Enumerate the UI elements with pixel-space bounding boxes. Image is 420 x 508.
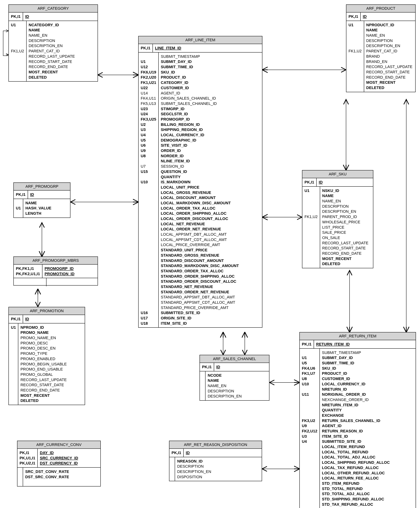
attr-key: U7 — [141, 164, 156, 169]
attr-key: FK4,U6 — [302, 366, 317, 371]
attr-name: MOST_RECENT — [366, 80, 413, 85]
attr-name: LOCAL_PRICE_OVERRIDE_AMT — [161, 242, 260, 247]
attr-name: DELETED — [29, 75, 95, 80]
attr-name: RECORD_LAST_UPDATE — [21, 377, 83, 382]
attr-name: LOCAL_ITEM_REFUND — [322, 444, 413, 449]
attr-name: SUBMIT_DAY_ID — [161, 59, 260, 64]
attr-key — [348, 28, 362, 33]
attr-name: IS_MARKDOWN — [161, 179, 260, 185]
attr-name: STANDARD_ORDER_TAX_ALLOC — [161, 269, 260, 274]
attr-key: U15 — [141, 169, 156, 174]
attr-name: SEGCLSTR_ID — [161, 112, 260, 117]
attr-key — [11, 377, 16, 382]
attr-key: U4 — [141, 132, 156, 138]
attr-name: SUBMIT_TIME_ID — [322, 360, 413, 366]
attr-name: LOCAL_ORDER_SHIPPING_ALLOC — [161, 211, 260, 216]
attr-key — [302, 413, 317, 418]
pk-key: PK,FK2,U1,I1 — [16, 271, 40, 276]
attr-key: FK1,U2 — [304, 214, 318, 219]
attr-name: DELETED — [366, 85, 413, 90]
attr-name: SESSION_ID — [161, 164, 260, 169]
attr-key — [11, 367, 16, 372]
attr-key — [16, 211, 21, 216]
attr-key: FK1,U2 — [348, 48, 362, 54]
attr-name: PROMO_END_USABLE — [21, 367, 83, 372]
attr-name: PRODUCT_ID — [322, 371, 413, 376]
attr-name: STANDARD_PRICE_OVERRIDE_AMT — [161, 305, 260, 310]
attr-name: SUBMIT_SALES_CHANNEL_ID — [161, 101, 260, 106]
entity-arf-currency-conv: ARF_CURRENCY_CONV PK,I1PK,U1,I1PK,U2,I1 … — [17, 441, 101, 486]
attr-key: U1 — [141, 59, 156, 64]
attr-key: FK6,U19 — [141, 70, 156, 75]
attr-name: NAME_EN — [366, 33, 413, 38]
attr-key — [348, 38, 362, 43]
attr-key: FK3,U25 — [141, 117, 156, 122]
entity-title: ARF_SKU — [302, 171, 373, 178]
entity-arf-sku: ARF_SKU PK,I1 ID U1 FK1,U2 NSKU_IDNAMENA… — [302, 170, 373, 268]
attr-name: NAME_EN — [208, 383, 267, 388]
attr-key: U9 — [302, 423, 317, 428]
attr-name: PROMO_ENABLED — [21, 356, 83, 361]
attr-name: LOCAL_UNIT_PRICE — [161, 185, 260, 190]
attr-key — [11, 351, 16, 356]
attr-key — [302, 455, 317, 460]
entity-title: ARF_CURRENCY_CONV — [17, 441, 100, 449]
attr-name: NCODE — [208, 373, 267, 378]
attr-name: PARENT_PROD_ID — [322, 214, 371, 219]
attr-key: FK2,U20 — [141, 75, 156, 80]
attr-key — [11, 335, 16, 341]
attr-name: RECORD_START_DATE — [366, 69, 413, 75]
attr-name: ON_SALE — [322, 235, 371, 240]
attr-name: RECORD_LAST_UPDATE — [29, 54, 95, 59]
attr-key — [304, 204, 318, 209]
attr-name: EXCHANGE — [322, 413, 413, 418]
attr-name: DESCRIPTION — [366, 38, 413, 43]
attr-name: SKU_ID — [161, 70, 260, 75]
attr-key — [348, 33, 362, 38]
attr-name: QUANTITY — [322, 408, 413, 413]
attr-name: LOCAL_ORDER_DISCOUNT_ALLOC — [161, 216, 260, 221]
attr-name: STD_SHIPPING_REFUND_ALLOC — [322, 497, 413, 502]
attr-key — [172, 474, 173, 480]
pk-key: PK,I1 — [20, 450, 35, 456]
attr-key: U6 — [141, 143, 156, 148]
attr-key — [141, 190, 156, 195]
entity-title: ARF_RET_REASON_DISPOSITION — [169, 441, 262, 449]
attr-name: PROMO_DESC — [21, 341, 83, 346]
attr-key — [11, 54, 24, 59]
attr-key: U10 — [302, 381, 317, 387]
attr-key: FK5,U13 — [141, 101, 156, 106]
entity-title: ARF_SALES_CHANNEL — [200, 355, 269, 363]
attr-key — [141, 247, 156, 253]
attr-name: NAME — [366, 28, 413, 33]
attr-name: LOCAL_TOTAL_REFUND — [322, 449, 413, 455]
attr-name: PROMO_TYPE — [21, 351, 83, 356]
entity-title: ARF_PRODUCT — [346, 5, 415, 13]
attr-key — [302, 486, 317, 492]
entity-arf-return-item: ARF_RETURN_ITEM PK,I1 RETURN_ITEM_ID U1U… — [299, 332, 416, 508]
attr-key — [11, 346, 16, 351]
attr-key — [11, 38, 24, 43]
attr-key — [20, 479, 21, 485]
attr-key — [11, 28, 24, 33]
attr-key — [11, 59, 24, 64]
attr-name: PROMO_BEGIN_USABLE — [21, 361, 83, 367]
attr-name: SUBMITTED_SITE_ID — [322, 439, 413, 444]
attr-key — [141, 216, 156, 221]
attr-name: DEMOGRAPHIC_ID — [161, 138, 260, 143]
attr-key — [302, 408, 317, 413]
attr-name: LOCAL_MARKDOWN_DISC_AMOUNT — [161, 200, 260, 206]
attr-key — [141, 289, 156, 295]
attr-key — [348, 80, 362, 85]
attr-key: U1 — [11, 22, 24, 28]
attr-name: STD_TOTAL_ADJ_ALLOC — [322, 491, 413, 497]
attr-key — [141, 232, 156, 237]
attr-name: DESCRIPTION — [29, 38, 95, 43]
attr-name: DELETED — [322, 261, 371, 267]
attr-name: BRAND_EN — [366, 59, 413, 64]
entity-title: ARF_PROMOGRP_MBRS — [14, 257, 98, 265]
attr-key — [302, 403, 317, 408]
attr-name: DESCRIPTION_EN — [322, 209, 371, 214]
attr-name: SUBMIT_TIME_ID — [161, 64, 260, 70]
attr-name: STANDARD_APPSMT_DBT_ALLOC_AMT — [161, 295, 260, 300]
